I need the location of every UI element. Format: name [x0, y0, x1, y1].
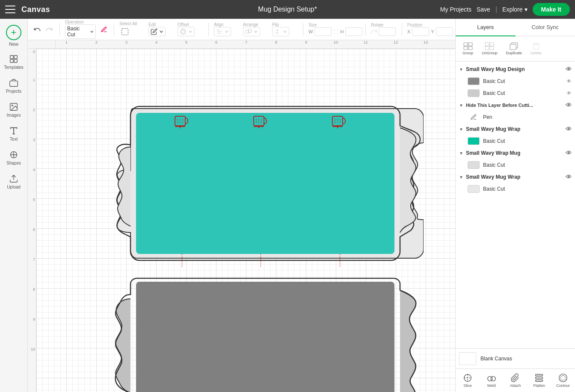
- contour-icon: [558, 373, 568, 383]
- align-line-2: [261, 254, 261, 267]
- slice-button[interactable]: Slice: [456, 371, 480, 390]
- layer-item-1-2[interactable]: Basic Cut 👁: [456, 87, 575, 99]
- ungroup-icon: [485, 42, 494, 50]
- flip-section: Flip: [272, 22, 298, 36]
- layer-group-5: ▼ Small Wavy Mug Wrap 👁 Basic Cut: [456, 171, 575, 195]
- rotate-section: Rotate: [371, 23, 397, 36]
- my-projects-link[interactable]: My Projects: [440, 6, 471, 13]
- upload-icon: [9, 174, 18, 183]
- sidebar-item-text[interactable]: Text: [0, 122, 27, 146]
- sidebar-item-templates[interactable]: Templates: [0, 50, 27, 74]
- y-input[interactable]: [436, 27, 453, 36]
- eye-icon-1-1[interactable]: 👁: [566, 78, 572, 84]
- save-button[interactable]: Save: [477, 6, 490, 13]
- toolbar-divider-6: [402, 23, 402, 36]
- templates-icon: [9, 54, 18, 64]
- layer-item-3-1[interactable]: Basic Cut: [456, 135, 575, 147]
- svg-rect-44: [485, 47, 489, 50]
- delete-button[interactable]: Delete: [527, 40, 545, 58]
- arrange-section: Arrange: [243, 22, 269, 36]
- layer-item-5-1[interactable]: Basic Cut: [456, 183, 575, 195]
- ruler-vertical: 0 1 2 3 4 5 6 7 8 9 10: [28, 49, 36, 392]
- tab-layers[interactable]: Layers: [456, 19, 516, 36]
- duplicate-icon: [509, 42, 519, 50]
- menu-icon[interactable]: [5, 4, 15, 15]
- left-sidebar: + New Templates Projects Images Text: [0, 19, 28, 392]
- duplicate-button[interactable]: Duplicate: [503, 40, 526, 58]
- color-swatch-1-2: [468, 89, 480, 97]
- toolbar-divider-5: [365, 23, 366, 36]
- layer-group-header-2[interactable]: ▼ Hide This Layer Before Cutti... 👁: [456, 99, 575, 111]
- flip-select[interactable]: [272, 27, 289, 36]
- explore-button[interactable]: Explore ▾: [502, 6, 527, 13]
- weld-button[interactable]: Weld: [480, 371, 504, 390]
- toolbar-divider-3: [208, 23, 209, 36]
- sidebar-item-upload[interactable]: Upload: [0, 170, 27, 194]
- contour-button[interactable]: Contour: [551, 371, 575, 390]
- color-swatch-3-1: [468, 137, 480, 145]
- layer-item-2-1[interactable]: Pen: [456, 111, 575, 123]
- layer-group-header-4[interactable]: ▼ Small Wavy Wrap Mug 👁: [456, 147, 575, 159]
- position-section: Position X Y: [407, 23, 451, 36]
- collapse-arrow-4: ▼: [459, 151, 463, 156]
- slice-icon: [463, 373, 472, 383]
- flatten-icon: [534, 373, 544, 383]
- sidebar-item-images[interactable]: Images: [0, 98, 27, 122]
- svg-point-10: [181, 29, 186, 34]
- edit-select[interactable]: [148, 27, 166, 36]
- images-label: Images: [7, 113, 21, 118]
- canvas-content[interactable]: − 100% +: [36, 49, 455, 392]
- edit-color-button[interactable]: [99, 25, 109, 34]
- operation-select[interactable]: Basic Cut: [65, 24, 96, 39]
- rotate-input[interactable]: [379, 27, 396, 36]
- redo-button[interactable]: [44, 24, 54, 35]
- undo-button[interactable]: [32, 24, 42, 35]
- canvas-wrapper[interactable]: 0 1 2 3 4 5 6 7 8 9 10 11 12 13: [28, 40, 455, 392]
- eye-icon-4[interactable]: 👁: [566, 150, 572, 156]
- layer-group-name-4: Small Wavy Wrap Mug: [466, 150, 563, 156]
- layer-group-header-3[interactable]: ▼ Small Wavy Mug Wrap 👁: [456, 123, 575, 135]
- eye-icon-3[interactable]: 👁: [566, 126, 572, 133]
- eye-icon-1-2[interactable]: 👁: [566, 90, 572, 96]
- attach-button[interactable]: Attach: [504, 371, 528, 390]
- arrange-select[interactable]: [243, 27, 260, 36]
- layer-group-header-1[interactable]: ▼ Small Wavy Mug Design 👁: [456, 63, 575, 75]
- blank-canvas-section: Blank Canvas: [456, 348, 575, 368]
- flatten-button[interactable]: Flatten: [527, 371, 551, 390]
- layer-group-name-5: Small Wavy Mug Wrap: [466, 174, 563, 180]
- align-select[interactable]: [214, 27, 231, 36]
- svg-point-11: [182, 30, 185, 33]
- group-button[interactable]: Group: [459, 40, 477, 58]
- svg-rect-40: [464, 47, 468, 50]
- mug-icon-center: [251, 112, 269, 132]
- layer-item-4-1[interactable]: Basic Cut: [456, 159, 575, 171]
- svg-rect-38: [464, 43, 468, 46]
- nav-divider: |: [495, 6, 497, 13]
- sidebar-item-projects[interactable]: Projects: [0, 74, 27, 98]
- tab-color-sync[interactable]: Color Sync: [516, 19, 575, 36]
- height-input[interactable]: [345, 27, 362, 36]
- sidebar-item-new[interactable]: + New: [3, 21, 25, 50]
- eye-icon-1[interactable]: 👁: [566, 66, 572, 73]
- select-all-button[interactable]: [119, 26, 130, 37]
- sidebar-item-shapes[interactable]: Shapes: [0, 146, 27, 170]
- gray-mug-wrap[interactable]: [107, 277, 424, 392]
- svg-rect-2: [10, 59, 13, 62]
- w-label: W: [308, 29, 313, 34]
- make-it-button[interactable]: Make It: [533, 3, 570, 16]
- align-line-1: [182, 254, 182, 267]
- width-input[interactable]: [314, 27, 332, 36]
- text-icon: [9, 126, 18, 136]
- offset-select[interactable]: [178, 27, 195, 36]
- x-input[interactable]: [412, 27, 429, 36]
- eye-icon-2[interactable]: 👁: [566, 102, 572, 109]
- eye-icon-5[interactable]: 👁: [566, 174, 572, 180]
- svg-rect-42: [485, 43, 489, 46]
- toolbar-divider-4: [303, 23, 303, 36]
- canvas-grid: − 100% +: [36, 49, 455, 392]
- ungroup-button[interactable]: UnGroup: [478, 40, 501, 58]
- text-label: Text: [10, 137, 18, 141]
- panel-bottom-tools: Slice Weld Attach Flatten: [456, 368, 575, 392]
- layer-group-header-5[interactable]: ▼ Small Wavy Mug Wrap 👁: [456, 171, 575, 183]
- layer-item-1-1[interactable]: Basic Cut 👁: [456, 75, 575, 87]
